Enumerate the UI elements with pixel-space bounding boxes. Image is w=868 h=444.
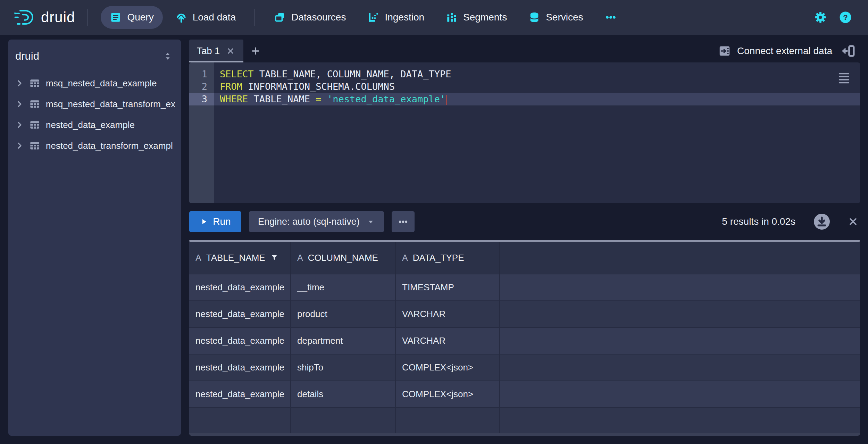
druid-logo-icon — [14, 7, 35, 28]
run-button[interactable]: Run — [189, 211, 241, 232]
sidebar-table-row[interactable]: msq_nested_data_example — [8, 73, 181, 94]
double-caret-vertical-icon[interactable] — [163, 51, 173, 61]
table-row: nested_data_exampleshipToCOMPLEX<json> — [189, 354, 860, 381]
table-icon — [29, 99, 40, 110]
help-icon[interactable]: ? — [839, 11, 852, 24]
table-name-label: nested_data_transform_exampl — [46, 140, 173, 151]
table-cell[interactable]: COMPLEX<json> — [396, 381, 500, 407]
table-cell[interactable]: VARCHAR — [396, 300, 500, 327]
results-table-header: ATABLE_NAMEACOLUMN_NAMEADATA_TYPE — [189, 242, 860, 274]
nav-item-datasources[interactable]: Datasources — [265, 6, 355, 29]
nav-item-label: Services — [546, 12, 583, 23]
column-header-empty — [500, 242, 860, 274]
table-cell-empty — [500, 381, 860, 407]
tab-tab1[interactable]: Tab 1 — [189, 40, 243, 62]
table-cell[interactable]: nested_data_example — [189, 381, 291, 407]
nav-item-services[interactable]: Services — [519, 6, 592, 29]
column-header-data-type[interactable]: ADATA_TYPE — [396, 242, 500, 274]
results-horizontal-scrollbar[interactable] — [189, 433, 860, 436]
new-tab-button[interactable] — [243, 40, 268, 62]
table-cell[interactable]: COMPLEX<json> — [396, 354, 500, 381]
table-cell-empty — [500, 327, 860, 354]
connect-external-data-label: Connect external data — [737, 45, 832, 57]
more-icon — [398, 216, 408, 227]
chevron-right-icon[interactable] — [15, 79, 24, 87]
sidebar-table-row[interactable]: nested_data_transform_exampl — [8, 135, 181, 156]
nav-item-segments[interactable]: Segments — [437, 6, 516, 29]
table-row: nested_data_example__timeTIMESTAMP — [189, 274, 860, 300]
line-number: 3 — [189, 93, 214, 105]
services-icon — [528, 11, 540, 23]
code-line[interactable]: SELECT TABLE_NAME, COLUMN_NAME, DATA_TYP… — [214, 68, 860, 80]
run-label: Run — [213, 216, 231, 227]
query-workbench: Tab 1 Connect external data 123 SELECT T… — [189, 40, 860, 444]
table-tree: msq_nested_data_examplemsq_nested_data_t… — [8, 69, 181, 156]
nav-item-query[interactable]: Query — [101, 6, 162, 29]
nav-item-label: Segments — [463, 12, 507, 23]
column-header-column-name[interactable]: ACOLUMN_NAME — [291, 242, 396, 274]
token-keyword: SELECT — [220, 69, 254, 79]
table-cell[interactable]: nested_data_example — [189, 300, 291, 327]
sql-editor[interactable]: 123 SELECT TABLE_NAME, COLUMN_NAME, DATA… — [189, 62, 860, 203]
results-panel: ATABLE_NAMEACOLUMN_NAMEADATA_TYPE nested… — [189, 240, 860, 444]
chevron-right-icon[interactable] — [15, 100, 24, 108]
nav-item-load-data[interactable]: Load data — [166, 6, 245, 29]
table-name-label: nested_data_example — [46, 120, 135, 130]
nav-item-label: Load data — [193, 12, 236, 23]
token-string: 'nested_data_example' — [327, 94, 445, 104]
table-row-empty — [189, 407, 860, 433]
table-cell-empty — [189, 407, 291, 433]
results-summary: 5 results in 0.02s — [722, 216, 795, 227]
tab-bar-spacer — [268, 40, 713, 62]
download-icon[interactable] — [813, 213, 831, 231]
nav-item-ingestion[interactable]: Ingestion — [358, 6, 433, 29]
table-cell[interactable]: VARCHAR — [396, 327, 500, 354]
table-row: nested_data_exampledetailsCOMPLEX<json> — [189, 381, 860, 407]
nav-item-more[interactable] — [596, 6, 626, 29]
chevron-right-icon[interactable] — [15, 121, 24, 129]
token-plain: INFORMATION_SCHEMA.COLUMNS — [242, 81, 395, 92]
connect-external-data-button[interactable]: Connect external data — [713, 40, 837, 62]
table-name-label: msq_nested_data_transform_ex — [46, 99, 175, 110]
table-cell[interactable]: __time — [291, 274, 396, 300]
table-cell[interactable]: nested_data_example — [189, 327, 291, 354]
editor-menu-icon[interactable] — [837, 71, 851, 85]
code-line[interactable]: WHERE TABLE_NAME = 'nested_data_example' — [214, 93, 860, 105]
nav-item-label: Datasources — [291, 12, 346, 23]
token-keyword: WHERE — [220, 94, 248, 104]
string-type-icon: A — [402, 253, 408, 263]
results-table: ATABLE_NAMEACOLUMN_NAMEADATA_TYPE nested… — [189, 242, 860, 436]
table-cell[interactable]: department — [291, 327, 396, 354]
chevron-right-icon[interactable] — [15, 142, 24, 150]
table-cell-empty — [500, 407, 860, 433]
table-cell-empty — [500, 300, 860, 327]
token-keyword: FROM — [220, 81, 242, 92]
table-cell[interactable]: details — [291, 381, 396, 407]
column-header-table-name[interactable]: ATABLE_NAME — [189, 242, 291, 274]
query-more-button[interactable] — [392, 211, 415, 232]
sidebar-table-row[interactable]: nested_data_example — [8, 114, 181, 135]
table-cell-empty — [291, 407, 396, 433]
text-cursor — [446, 95, 447, 105]
code-line[interactable]: FROM INFORMATION_SCHEMA.COLUMNS — [214, 80, 860, 93]
schema-sidebar: druid msq_nested_data_examplemsq_nested_… — [8, 40, 181, 436]
table-icon — [29, 140, 40, 151]
query-icon — [110, 11, 122, 23]
table-cell[interactable]: TIMESTAMP — [396, 274, 500, 300]
sidebar-header: druid — [8, 40, 181, 69]
table-cell[interactable]: nested_data_example — [189, 354, 291, 381]
editor-code-area[interactable]: SELECT TABLE_NAME, COLUMN_NAME, DATA_TYP… — [214, 62, 860, 203]
table-cell[interactable]: shipTo — [291, 354, 396, 381]
filter-icon — [270, 254, 278, 262]
table-cell-empty — [500, 354, 860, 381]
tab-close-icon[interactable] — [226, 46, 235, 56]
results-close-icon[interactable] — [848, 216, 859, 227]
sidebar-table-row[interactable]: msq_nested_data_transform_ex — [8, 94, 181, 114]
table-cell[interactable]: nested_data_example — [189, 274, 291, 300]
engine-select-button[interactable]: Engine: auto (sql-native) — [249, 211, 384, 232]
table-row: nested_data_exampleproductVARCHAR — [189, 300, 860, 327]
gear-icon[interactable] — [814, 11, 827, 24]
table-cell[interactable]: product — [291, 300, 396, 327]
string-type-icon: A — [195, 253, 201, 263]
open-panel-button[interactable] — [837, 40, 860, 62]
